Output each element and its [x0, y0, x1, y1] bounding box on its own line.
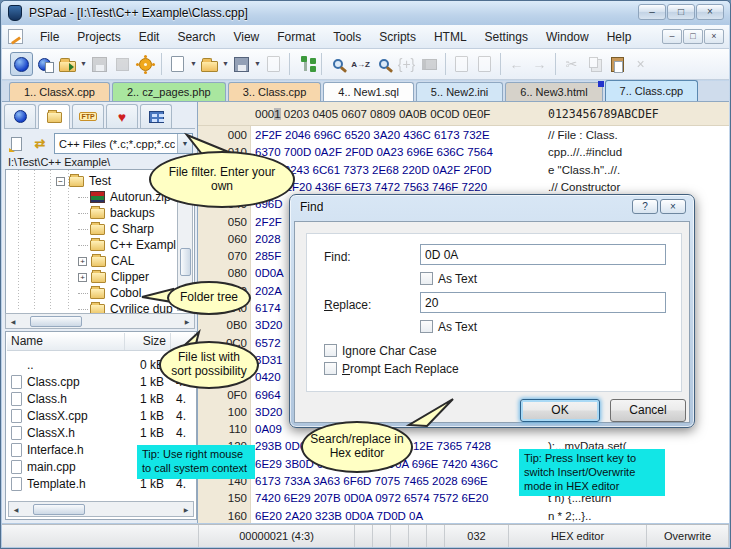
menu-projects[interactable]: Projects	[68, 27, 129, 47]
open-file-button[interactable]	[198, 52, 221, 76]
editor-tab[interactable]: 5.. New2.ini	[416, 82, 503, 101]
save-file-button-dropdown-icon[interactable]: ▼	[253, 52, 262, 76]
menu-file[interactable]: File	[31, 27, 68, 47]
tree-item[interactable]: Cobol	[78, 285, 141, 301]
find-in-files-button[interactable]	[372, 52, 395, 76]
file-filter-combo[interactable]: C++ Files (*.c;*.cpp;*.cc ▼	[54, 133, 193, 154]
refresh-file-icon[interactable]	[6, 134, 26, 153]
close-button[interactable]: ×	[696, 4, 724, 20]
new-file-button[interactable]	[166, 52, 189, 76]
find-button[interactable]	[326, 52, 349, 76]
project-settings-button[interactable]	[134, 52, 157, 76]
new-file-button-dropdown-icon[interactable]: ▼	[189, 52, 198, 76]
tree-guide	[68, 170, 69, 310]
open-project-button[interactable]	[56, 52, 79, 76]
maximize-button[interactable]: □	[667, 4, 695, 20]
save-file-button[interactable]	[230, 52, 253, 76]
cancel-button[interactable]: Cancel	[610, 399, 686, 422]
brackets-button[interactable]: {+}	[395, 52, 418, 76]
scrollbar-thumb[interactable]	[180, 248, 191, 276]
diff-button[interactable]	[450, 52, 473, 76]
panel-tab-windows[interactable]	[140, 104, 172, 128]
find-input[interactable]	[420, 244, 666, 265]
redo-button[interactable]: →	[528, 52, 551, 76]
hex-row[interactable]: 0002F2F 2046 696C 6520 3A20 436C 6173 73…	[198, 129, 729, 146]
replace-input[interactable]	[420, 292, 666, 313]
project-file-button[interactable]	[33, 52, 56, 76]
panel-tab-favorites[interactable]: ♥	[106, 104, 138, 128]
dialog-close-button[interactable]: ×	[660, 199, 686, 214]
code-explorer-button[interactable]	[294, 52, 317, 76]
file-list-row[interactable]: ClassX.cpp1 kB4.	[8, 407, 194, 424]
tree-item[interactable]: backups	[78, 205, 155, 221]
replace-as-text-checkbox[interactable]	[420, 320, 433, 333]
menu-scripts[interactable]: Scripts	[370, 27, 425, 47]
editor-tab[interactable]: 2.. cz_pages.php	[112, 82, 226, 101]
menu-settings[interactable]: Settings	[476, 27, 537, 47]
mdi-restore-button[interactable]: □	[683, 29, 703, 44]
filelist-horizontal-scrollbar[interactable]: ◀ ▶	[8, 501, 194, 517]
panel-tab-project[interactable]	[4, 104, 36, 128]
ignore-case-checkbox[interactable]	[324, 344, 337, 357]
file-list-row[interactable]: ClassX.h1 kB4.	[8, 424, 194, 441]
scroll-right-icon[interactable]: ▶	[180, 318, 194, 325]
tree-expander-icon[interactable]: +	[78, 257, 87, 266]
menu-search[interactable]: Search	[168, 27, 224, 47]
replace-button[interactable]: A→Z	[349, 52, 372, 76]
editor-tab[interactable]: 7.. Class.cpp	[605, 80, 699, 101]
mdi-close-button[interactable]: ×	[704, 29, 724, 44]
tree-item[interactable]: +Clipper	[78, 269, 149, 285]
close-project-button[interactable]	[111, 52, 134, 76]
scrollbar-thumb[interactable]	[33, 504, 85, 515]
editor-tab[interactable]: 1.. ClassX.cpp	[9, 82, 110, 101]
spell-book-button[interactable]	[418, 52, 441, 76]
panel-tab-ftp[interactable]: FTP	[72, 104, 104, 128]
minimize-button[interactable]: –	[638, 4, 666, 20]
menu-view[interactable]: View	[224, 27, 268, 47]
tree-item[interactable]: C++ Exampl	[78, 237, 176, 253]
scroll-right-icon[interactable]: ▶	[179, 506, 193, 513]
panel-tab-files[interactable]	[38, 104, 70, 129]
menu-tools[interactable]: Tools	[324, 27, 370, 47]
open-file-button-dropdown-icon[interactable]: ▼	[221, 52, 230, 76]
find-dialog[interactable]: Find ? × Find: As Text Replace: As Text …	[289, 194, 695, 428]
tree-expander-icon[interactable]: +	[78, 273, 87, 282]
print-button[interactable]	[473, 52, 496, 76]
new-project-button[interactable]	[10, 52, 33, 76]
file-list-row[interactable]: Class.h1 kB4.	[8, 390, 194, 407]
status-cell	[427, 525, 445, 547]
copy-button[interactable]	[583, 52, 606, 76]
sync-arrows-icon[interactable]: ⇄	[30, 134, 50, 153]
delete-button[interactable]: ×	[629, 52, 652, 76]
open-project-button-dropdown-icon[interactable]: ▼	[79, 52, 88, 76]
menu-format[interactable]: Format	[268, 27, 324, 47]
menu-window[interactable]: Window	[537, 27, 598, 47]
tree-item[interactable]: C Sharp	[78, 221, 154, 237]
scroll-left-icon[interactable]: ◀	[9, 506, 23, 513]
editor-tab[interactable]: 4.. New1.sql	[323, 82, 414, 101]
tree-horizontal-scrollbar[interactable]: ◀ ▶	[5, 313, 195, 329]
menu-edit[interactable]: Edit	[130, 27, 169, 47]
dialog-help-button[interactable]: ?	[632, 199, 658, 214]
undo-button[interactable]: ←	[505, 52, 528, 76]
find-as-text-checkbox[interactable]	[420, 272, 433, 285]
tree-expander-icon[interactable]: −	[56, 177, 65, 186]
save-all-button[interactable]	[262, 52, 285, 76]
scroll-left-icon[interactable]: ◀	[6, 318, 20, 325]
tree-item[interactable]: −Test	[56, 173, 111, 189]
mdi-minimize-button[interactable]: –	[662, 29, 682, 44]
paste-button[interactable]	[606, 52, 629, 76]
editor-tab[interactable]: 6.. New3.html	[505, 82, 602, 101]
save-project-button[interactable]	[88, 52, 111, 76]
ok-button[interactable]: OK	[520, 399, 600, 422]
menu-help[interactable]: Help	[598, 27, 641, 47]
column-header-name[interactable]: Name	[7, 333, 125, 350]
menu-html[interactable]: HTML	[425, 27, 476, 47]
tree-item[interactable]: +CAL	[78, 253, 134, 269]
prompt-each-replace-checkbox[interactable]	[324, 362, 337, 375]
title-bar[interactable]: PSPad - [I:\Test\C++ Example\Class.cpp] …	[1, 1, 730, 25]
cut-button[interactable]: ✂	[560, 52, 583, 76]
editor-tab[interactable]: 3.. Class.cpp	[228, 82, 322, 101]
scrollbar-thumb[interactable]	[30, 316, 82, 327]
column-header-size[interactable]: Size	[125, 333, 171, 350]
